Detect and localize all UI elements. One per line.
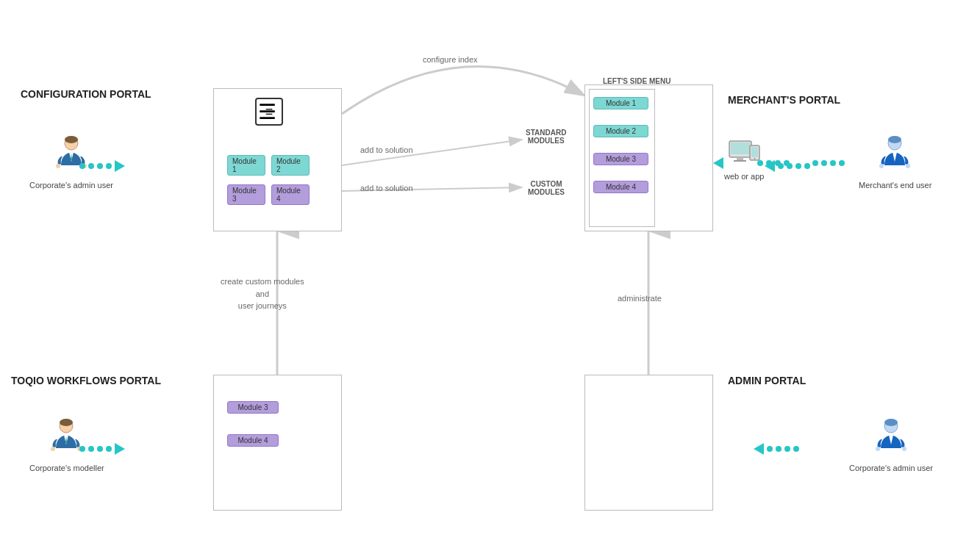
config-module2: Module 2	[271, 155, 310, 176]
svg-point-23	[60, 419, 73, 426]
dot-eu6	[821, 160, 827, 166]
corp-admin-bottom-connector	[754, 443, 799, 455]
diagram-container: CONFIGURATION PORTAL ☰ ≡ Module 1 Module…	[0, 0, 980, 551]
arrow-to-enduser	[765, 160, 775, 172]
create-custom-label: create custom modulesanduser journeys	[221, 276, 304, 312]
dot-eu2	[795, 163, 801, 169]
dot-eu4	[778, 163, 784, 169]
merchant-module2: Module 2	[593, 125, 648, 137]
merchant-portal-box: Module 1 Module 2 Module 3 Module 4	[584, 84, 713, 231]
corp-admin-top-label: Corporate's admin user	[29, 181, 113, 190]
svg-point-24	[51, 447, 55, 451]
list-icon-inner: ≡	[265, 104, 273, 120]
merchant-module3: Module 3	[593, 153, 648, 165]
add-to-solution-standard-label: add to solution	[360, 145, 413, 154]
svg-point-20	[879, 164, 884, 168]
merchant-end-user-figure: Merchant's end user	[859, 136, 931, 190]
dot-wf4	[106, 446, 112, 452]
arrow-right-icon	[115, 160, 125, 172]
corp-admin-top-connector	[79, 160, 125, 172]
arrow-right-wf	[115, 443, 125, 455]
merchant-arrow-left	[713, 157, 723, 169]
dot-ab1	[793, 446, 799, 452]
workflow-module3: Module 3	[227, 401, 279, 414]
corp-modeller-connector	[79, 443, 125, 455]
svg-point-29	[902, 447, 906, 451]
web-or-app-label: web or app	[724, 172, 764, 181]
standard-modules-label: STANDARDMODULES	[526, 129, 566, 145]
dot-ab4	[767, 446, 773, 452]
config-module3: Module 3	[227, 184, 265, 205]
svg-point-8	[65, 136, 78, 143]
dot-wf1	[79, 446, 85, 452]
config-list-box: ≡	[255, 98, 283, 126]
dot-ab3	[776, 446, 782, 452]
dot-eu3	[787, 163, 793, 169]
svg-point-28	[876, 447, 880, 451]
config-portal-title: CONFIGURATION PORTAL	[21, 88, 151, 100]
dot-eu1	[804, 163, 810, 169]
merchant-module4: Module 4	[593, 181, 648, 193]
merchant-sidebar-panel: Module 1 Module 2 Module 3 Module 4	[589, 89, 655, 227]
configure-index-label: configure index	[423, 55, 478, 64]
merchant-end-user-label: Merchant's end user	[859, 181, 931, 190]
corp-admin-bottom-label: Corporate's admin user	[849, 464, 933, 472]
dot1	[79, 163, 85, 169]
svg-rect-13	[737, 157, 743, 160]
svg-rect-14	[734, 160, 746, 162]
dot-m1	[757, 160, 763, 166]
dot-eu5	[812, 160, 818, 166]
dot-eu7	[830, 160, 836, 166]
svg-point-17	[754, 158, 755, 159]
svg-rect-16	[751, 147, 758, 157]
svg-point-9	[56, 164, 60, 168]
arrow-left-admin	[754, 443, 764, 455]
workflows-portal-title: TOQIO WORKFLOWS PORTAL	[11, 375, 161, 386]
svg-point-19	[888, 136, 901, 143]
corp-modeller-label: Corporate's modeller	[29, 464, 104, 472]
enduser-connector	[765, 160, 810, 172]
merchant-end-user-icon	[879, 136, 912, 176]
config-module4: Module 4	[271, 184, 310, 205]
config-module1: Module 1	[227, 155, 265, 176]
workflow-module4: Module 4	[227, 434, 279, 447]
dot3	[97, 163, 103, 169]
device-icon	[728, 140, 761, 169]
merchant-module1: Module 1	[593, 97, 648, 109]
dot-eu8	[839, 160, 845, 166]
admin-portal-title: ADMIN PORTAL	[728, 375, 806, 386]
dot2	[88, 163, 94, 169]
svg-rect-12	[731, 143, 750, 154]
dot4	[106, 163, 112, 169]
dot-wf2	[88, 446, 94, 452]
dot-wf3	[97, 446, 103, 452]
config-portal-box: ☰ ≡ Module 1 Module 2 Module 3 Module 4	[213, 88, 342, 231]
custom-modules-label: CUSTOMMODULES	[528, 180, 565, 196]
workflows-portal-box: Module 3 Module 4	[213, 375, 342, 511]
merchant-portal-title: MERCHANT'S PORTAL	[728, 94, 840, 106]
administrate-label: administrate	[618, 294, 662, 303]
corp-admin-bottom-figure: Corporate's admin user	[849, 419, 933, 472]
corp-admin-bottom-icon	[875, 419, 908, 459]
corp-modeller-icon	[50, 419, 83, 459]
connectors-svg	[0, 0, 980, 551]
dot-ab2	[784, 446, 790, 452]
svg-point-27	[884, 419, 898, 426]
add-to-solution-custom-label: add to solution	[360, 184, 413, 192]
admin-portal-box	[584, 375, 713, 511]
enduser-connector2	[812, 160, 845, 166]
svg-point-21	[906, 164, 910, 168]
